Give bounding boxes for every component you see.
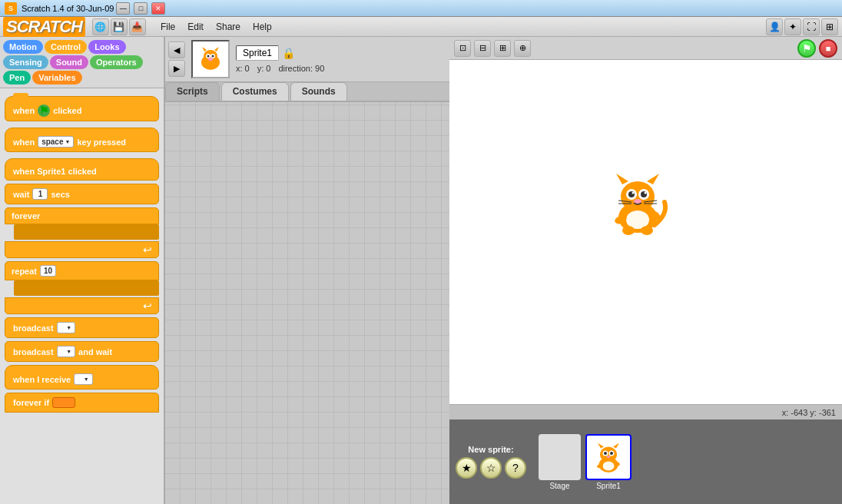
category-variables[interactable]: Variables — [32, 71, 81, 85]
forever-mouth — [14, 224, 159, 240]
sprite-info: Sprite1 🔒 x: 0 y: 0 direction: 90 — [236, 45, 446, 73]
sprite-list: Stage — [535, 431, 635, 493]
block-label: when Sprite1 clicked — [13, 167, 97, 176]
share-menu[interactable]: Share — [210, 20, 247, 34]
category-sensing[interactable]: Sensing — [3, 55, 48, 69]
profile-button[interactable]: 👤 — [766, 18, 783, 35]
blocks-wrapper: when ⚑ clicked when space key pressed wh… — [0, 88, 164, 504]
globe-icon-button[interactable]: 🌐 — [92, 18, 109, 35]
tab-scripts[interactable]: Scripts — [165, 82, 220, 101]
left-panel: Motion Control Looks Sensing Sound Opera… — [0, 37, 165, 504]
svg-marker-32 — [613, 443, 619, 448]
view-large-button[interactable]: ⊞ — [494, 40, 511, 57]
category-control[interactable]: Control — [45, 40, 87, 54]
block-label: when — [13, 138, 35, 147]
forever-top[interactable]: forever — [5, 207, 159, 224]
category-looks[interactable]: Looks — [88, 40, 125, 54]
y-value: 0 — [266, 64, 270, 73]
svg-point-38 — [603, 461, 615, 470]
blocks-scroll[interactable]: when ⚑ clicked when space key pressed wh… — [0, 88, 164, 504]
repeat-block-wrap: repeat 10 ↩ — [5, 261, 159, 314]
when-flag-clicked-block[interactable]: when ⚑ clicked — [5, 96, 159, 121]
green-flag-button[interactable]: ⚑ — [797, 39, 816, 58]
file-menu[interactable]: File — [154, 20, 181, 34]
coord-x: x: 0 — [236, 64, 250, 73]
lock-icon: 🔒 — [282, 47, 295, 59]
sprite-name-field[interactable]: Sprite1 — [236, 45, 279, 61]
category-sound[interactable]: Sound — [50, 55, 88, 69]
svg-point-18 — [645, 192, 647, 194]
sprite-navigate-left[interactable]: ◀ — [168, 41, 185, 58]
new-sprite-paint-button[interactable]: ★ — [456, 457, 477, 479]
tab-sounds[interactable]: Sounds — [290, 82, 347, 101]
middle-panel: ◀ ▶ Sprite1 — [165, 37, 449, 504]
broadcast-dropdown[interactable] — [57, 322, 76, 333]
close-button[interactable]: ✕ — [151, 2, 165, 15]
sprite-panel: New sprite: ★ ☆ ? Stage — [449, 419, 842, 504]
block-label: when I receive — [13, 375, 71, 384]
svg-point-19 — [634, 199, 641, 204]
svg-point-17 — [632, 192, 635, 194]
category-pen[interactable]: Pen — [3, 71, 31, 85]
menubar: SCRATCH 🌐 💾 📥 File Edit Share Help 👤 ✦ ⛶… — [0, 17, 842, 37]
svg-point-36 — [610, 452, 613, 455]
svg-point-7 — [212, 55, 214, 58]
right-panel: ⊡ ⊟ ⊞ ⊕ ⚑ ■ — [449, 37, 842, 504]
sprite-navigate-right[interactable]: ▶ — [168, 60, 185, 77]
sprite1-preview — [589, 438, 628, 476]
block-label: clicked — [53, 106, 81, 115]
repeat-value-input[interactable]: 10 — [40, 265, 56, 277]
x-label: x: — [236, 64, 243, 73]
receive-dropdown[interactable] — [74, 373, 93, 385]
sprite-header: ◀ ▶ Sprite1 — [165, 37, 449, 82]
broadcast-block[interactable]: broadcast — [5, 317, 159, 338]
import-button[interactable]: 📥 — [129, 18, 146, 35]
minimize-button[interactable]: — — [116, 2, 130, 15]
wait-value-input[interactable]: 1 — [32, 188, 48, 200]
new-sprite-star-button[interactable]: ☆ — [480, 457, 502, 479]
key-dropdown[interactable]: space — [38, 136, 74, 148]
svg-point-6 — [207, 55, 210, 58]
stage-sprite-item[interactable]: Stage — [539, 434, 581, 490]
wand-button[interactable]: ✦ — [784, 18, 801, 35]
tab-costumes[interactable]: Costumes — [221, 82, 289, 101]
sprite1-thumbnail[interactable] — [585, 434, 632, 480]
new-sprite-question-button[interactable]: ? — [505, 457, 526, 479]
when-receive-block[interactable]: when I receive — [5, 365, 159, 390]
block-label: forever if — [13, 398, 49, 407]
category-buttons: Motion Control Looks Sensing Sound Opera… — [0, 37, 164, 88]
svg-marker-12 — [647, 174, 659, 184]
edit-menu[interactable]: Edit — [181, 20, 210, 34]
grid-button[interactable]: ⊞ — [821, 18, 838, 35]
sprite-coords: x: 0 y: 0 direction: 90 — [236, 64, 446, 73]
stage-sprite-cat — [599, 167, 676, 237]
maximize-button[interactable]: □ — [134, 2, 148, 15]
view-extra-button[interactable]: ⊕ — [514, 40, 531, 57]
forever-if-block[interactable]: forever if — [5, 393, 159, 413]
category-operators[interactable]: Operators — [90, 55, 143, 69]
svg-point-37 — [607, 456, 611, 458]
wait-block[interactable]: wait 1 secs — [5, 184, 159, 204]
svg-point-35 — [604, 452, 607, 455]
save-button[interactable]: 💾 — [111, 18, 128, 35]
help-menu[interactable]: Help — [247, 20, 278, 34]
broadcast-wait-dropdown[interactable] — [57, 346, 76, 357]
view-normal-button[interactable]: ⊡ — [454, 40, 471, 57]
category-motion[interactable]: Motion — [3, 40, 43, 54]
svg-marker-11 — [616, 174, 628, 184]
svg-point-8 — [208, 58, 213, 61]
when-sprite-clicked-block[interactable]: when Sprite1 clicked — [5, 158, 159, 181]
stop-button[interactable]: ■ — [819, 39, 837, 58]
forever-block-wrap: forever ↩ — [5, 207, 159, 258]
when-key-pressed-block[interactable]: when space key pressed — [5, 128, 159, 152]
svg-marker-31 — [598, 443, 604, 448]
script-canvas[interactable] — [165, 102, 449, 504]
sprite1-item[interactable]: Sprite1 — [585, 434, 632, 490]
view-small-button[interactable]: ⊟ — [474, 40, 491, 57]
repeat-top[interactable]: repeat 10 — [5, 261, 159, 280]
stage-thumbnail[interactable] — [539, 434, 581, 480]
sprite1-label: Sprite1 — [596, 482, 621, 490]
svg-point-10 — [621, 181, 655, 212]
broadcast-wait-block[interactable]: broadcast and wait — [5, 341, 159, 362]
fullscreen-button[interactable]: ⛶ — [803, 18, 820, 35]
